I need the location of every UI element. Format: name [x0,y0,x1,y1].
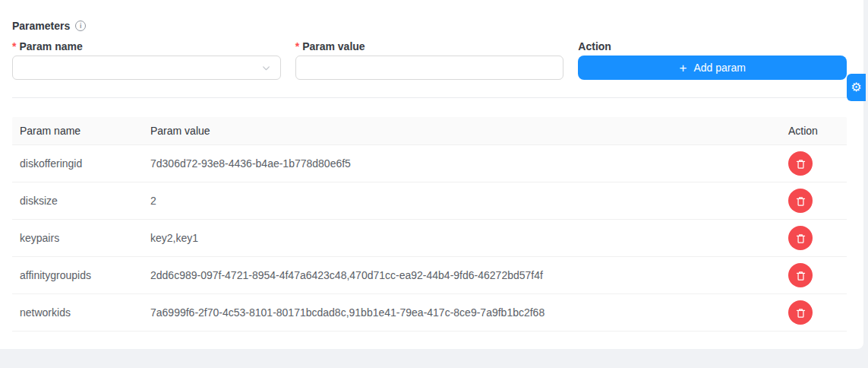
param-value-cell: 7a6999f6-2f70-4c53-8101-80171bcdad8c,91b… [143,306,781,319]
param-value-cell: 2 [143,195,781,207]
param-name-cell: affinitygroupids [12,269,143,281]
action-label-text: Action [578,41,611,52]
add-param-form: * Param name * Param value Actio [12,41,847,80]
delete-param-button[interactable] [788,226,813,250]
trash-icon [795,158,806,170]
card-content: Parameters i * Param name * Param value [0,0,863,332]
delete-param-button[interactable] [788,263,813,287]
table-row: networkids 7a6999f6-2f70-4c53-8101-80171… [12,294,847,332]
table-row: keypairs key2,key1 [12,220,847,257]
add-param-button[interactable]: + Add param [578,56,847,80]
delete-param-button[interactable] [788,151,813,176]
param-name-select[interactable] [12,56,281,80]
page-title: Parameters [12,20,70,32]
param-value-cell: key2,key1 [143,232,781,244]
param-name-cell: networkids [12,306,143,319]
params-table: Param name Param value Action diskofferi… [12,117,847,332]
action-label: Action [578,41,847,52]
required-mark: * [12,41,16,52]
param-name-cell: disksize [12,195,143,207]
delete-param-button[interactable] [788,300,813,325]
table-header-row: Param name Param value Action [12,117,847,145]
param-name-cell: diskofferingid [12,157,143,170]
action-cell [781,226,847,250]
column-header-param-name: Param name [12,125,143,137]
trash-icon [795,307,806,319]
plus-icon: + [679,62,687,75]
param-value-input[interactable] [295,56,564,80]
action-cell [781,189,847,213]
param-value-field-group: * Param value [295,41,564,80]
param-name-field-group: * Param name [12,41,281,80]
chevron-down-icon [261,63,271,73]
gear-icon: ⚙ [851,81,861,94]
table-row: diskofferingid 7d306d72-93e8-4436-b4ae-1… [12,145,847,182]
column-header-action: Action [781,125,847,137]
param-name-cell: keypairs [12,232,143,244]
param-value-cell: 2dd6c989-097f-4721-8954-4f47a6423c48,470… [143,269,781,281]
action-cell [781,263,847,287]
required-mark: * [295,41,299,52]
section-header: Parameters i [12,0,847,32]
action-field-group: Action + Add param [578,41,847,80]
table-body: diskofferingid 7d306d72-93e8-4436-b4ae-1… [12,145,847,332]
parameters-card: Parameters i * Param name * Param value [0,0,863,349]
trash-icon [795,270,806,281]
add-param-button-label: Add param [693,62,745,74]
trash-icon [795,233,806,244]
param-name-label: * Param name [12,41,281,52]
column-header-param-value: Param value [143,125,781,137]
param-value-label: * Param value [295,41,564,52]
info-circle-icon[interactable]: i [75,21,86,31]
param-value-label-text: Param value [302,41,365,52]
table-row: disksize 2 [12,182,847,220]
action-cell [781,151,847,176]
action-cell [781,300,847,325]
param-value-cell: 7d306d72-93e8-4436-b4ae-1b778d80e6f5 [143,157,781,170]
param-name-label-text: Param name [19,41,82,52]
section-divider [12,97,847,98]
trash-icon [795,195,806,207]
delete-param-button[interactable] [788,189,813,213]
table-row: affinitygroupids 2dd6c989-097f-4721-8954… [12,257,847,294]
settings-drawer-handle[interactable]: ⚙ [847,74,866,101]
